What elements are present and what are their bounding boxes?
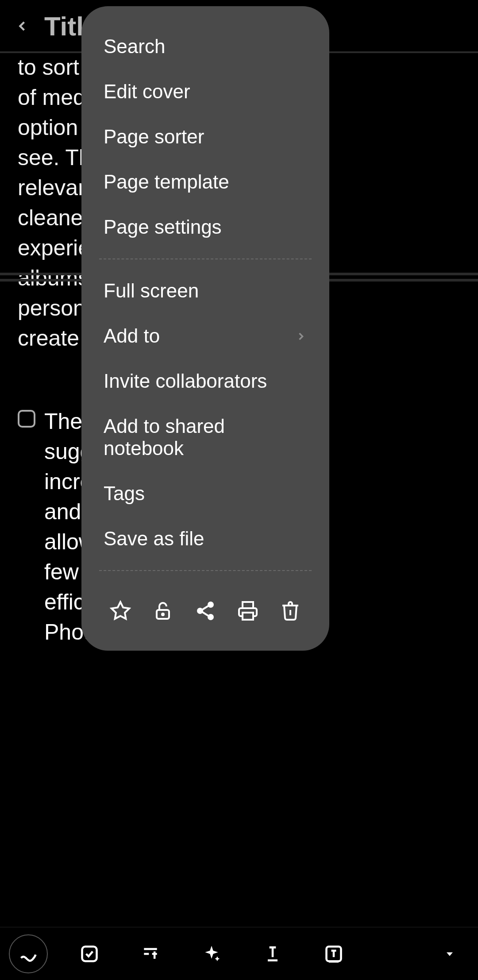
trash-icon (280, 600, 301, 621)
context-menu: Search Edit cover Page sorter Page templ… (81, 6, 329, 651)
svg-rect-8 (243, 613, 253, 620)
menu-item-search[interactable]: Search (81, 24, 329, 69)
printer-icon (237, 600, 258, 621)
page-title: Titl (44, 11, 84, 42)
svg-point-2 (162, 613, 164, 615)
unlock-icon (152, 600, 173, 621)
checkbox-icon (80, 944, 99, 964)
menu-item-page-sorter[interactable]: Page sorter (81, 114, 329, 159)
menu-label: Page settings (104, 216, 222, 238)
svg-line-6 (202, 606, 209, 610)
menu-label: Invite collaborators (104, 370, 267, 392)
text-style-button[interactable] (253, 934, 292, 973)
delete-button[interactable] (277, 598, 304, 624)
menu-item-save-as-file[interactable]: Save as file (81, 516, 329, 561)
chevron-left-icon (14, 18, 30, 34)
menu-item-page-settings[interactable]: Page settings (81, 204, 329, 250)
share-button[interactable] (192, 598, 219, 624)
chevron-right-icon (295, 325, 307, 347)
menu-label: Page sorter (104, 126, 204, 148)
menu-label: Add to (104, 325, 160, 347)
text-format-button[interactable] (131, 934, 170, 973)
text-box-icon (324, 944, 343, 964)
svg-marker-0 (112, 602, 129, 619)
menu-label: Tags (104, 482, 145, 505)
bottom-toolbar (0, 927, 478, 980)
menu-divider (99, 570, 312, 571)
todo-checkbox[interactable] (18, 410, 35, 428)
menu-label: Save as file (104, 528, 204, 550)
menu-item-page-template[interactable]: Page template (81, 159, 329, 204)
menu-divider (99, 259, 312, 259)
menu-label: Full screen (104, 280, 199, 302)
ai-button[interactable] (192, 934, 231, 973)
checkbox-tool-button[interactable] (70, 934, 109, 973)
sparkle-icon (202, 944, 221, 964)
menu-label: Page template (104, 171, 229, 193)
draw-icon (19, 944, 38, 964)
caret-down-icon (443, 948, 456, 960)
menu-item-add-to-shared-notebook[interactable]: Add to shared notebook (81, 404, 329, 471)
more-button[interactable] (430, 934, 469, 973)
menu-label: Add to shared notebook (104, 415, 307, 459)
text-underline-icon (263, 944, 282, 964)
menu-item-tags[interactable]: Tags (81, 471, 329, 516)
menu-item-edit-cover[interactable]: Edit cover (81, 69, 329, 114)
menu-icon-row (81, 580, 329, 633)
menu-item-add-to[interactable]: Add to (81, 313, 329, 359)
svg-marker-16 (447, 952, 453, 956)
menu-label: Edit cover (104, 81, 190, 103)
share-icon (195, 600, 216, 621)
back-button[interactable] (13, 17, 31, 35)
print-button[interactable] (235, 598, 261, 624)
menu-item-invite-collaborators[interactable]: Invite collaborators (81, 359, 329, 404)
svg-line-7 (202, 612, 209, 616)
star-icon (110, 600, 131, 621)
lock-button[interactable] (150, 598, 176, 624)
draw-button[interactable] (9, 934, 48, 973)
favorite-button[interactable] (107, 598, 134, 624)
text-format-icon (141, 944, 160, 964)
menu-label: Search (104, 35, 165, 58)
menu-item-full-screen[interactable]: Full screen (81, 268, 329, 313)
text-box-button[interactable] (314, 934, 353, 973)
